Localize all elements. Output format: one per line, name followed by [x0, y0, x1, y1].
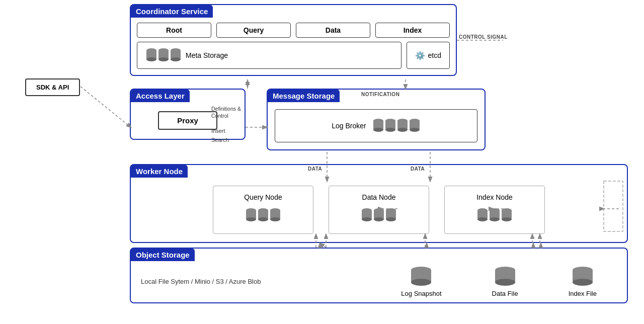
- query-node-box: Query Node: [213, 186, 313, 234]
- data-node-label: Data Node: [341, 193, 417, 201]
- coord-data-box: Data: [296, 23, 370, 38]
- sdk-api-label: SDK & API: [36, 84, 69, 91]
- data-node-box: Data Node: [329, 186, 429, 234]
- svg-point-53: [495, 279, 515, 286]
- svg-point-38: [386, 217, 396, 221]
- index-file-item: Index File: [569, 266, 597, 297]
- svg-point-17: [397, 128, 408, 132]
- object-storage-container: Object Storage Local File Sytem / Minio …: [130, 248, 628, 303]
- coord-index-box: Index: [375, 23, 450, 38]
- log-snapshot-label: Log Snapshot: [401, 290, 441, 297]
- log-broker-box: Log Broker: [275, 109, 477, 142]
- svg-point-32: [362, 217, 372, 221]
- meta-storage-db-icons: [145, 46, 182, 64]
- svg-point-41: [477, 217, 488, 221]
- notification-label: NOTIFICATION: [361, 92, 399, 97]
- svg-point-5: [158, 57, 169, 61]
- control-signal-label: CONTROL SIGNAL: [459, 34, 508, 40]
- svg-point-23: [246, 217, 256, 221]
- worker-node-header: Worker Node: [131, 165, 188, 178]
- data-label-left: DATA: [308, 166, 322, 172]
- data-file-item: Data File: [492, 266, 518, 297]
- insert-label: Insert: [211, 128, 225, 134]
- definitions-control-label: Definitions &Control: [211, 106, 241, 119]
- search-label: Search: [211, 137, 229, 143]
- coord-query-box: Query: [216, 23, 291, 38]
- log-broker-label: Log Broker: [332, 122, 366, 130]
- gear-icon: ⚙️: [415, 51, 425, 60]
- svg-point-44: [490, 217, 500, 221]
- data-file-label: Data File: [492, 290, 518, 297]
- svg-line-57: [80, 87, 131, 127]
- log-snapshot-item: Log Snapshot: [401, 266, 441, 297]
- etcd-label: etcd: [428, 51, 441, 59]
- coordinator-service-container: Coordinator Service Root Query Data Inde…: [130, 4, 457, 76]
- query-node-label: Query Node: [225, 193, 301, 201]
- svg-point-20: [410, 128, 420, 132]
- svg-point-11: [373, 128, 383, 132]
- svg-point-50: [411, 279, 431, 286]
- index-node-label: Index Node: [457, 193, 532, 201]
- index-node-box: Index Node: [444, 186, 545, 234]
- svg-point-26: [258, 217, 268, 221]
- coord-root-box: Root: [137, 23, 211, 38]
- message-storage-container: Message Storage Log Broker: [267, 89, 486, 150]
- svg-point-29: [270, 217, 280, 221]
- svg-point-14: [385, 128, 395, 132]
- svg-point-2: [146, 57, 156, 61]
- etcd-box: ⚙️ etcd: [407, 42, 450, 69]
- svg-point-8: [171, 57, 181, 61]
- object-storage-header: Object Storage: [131, 249, 195, 261]
- worker-node-container: Worker Node Query Node Data Node: [130, 164, 628, 243]
- proxy-label: Proxy: [177, 116, 198, 125]
- meta-storage-box: Meta Storage: [137, 42, 401, 69]
- proxy-box: Proxy: [158, 111, 217, 130]
- svg-line-68: [320, 244, 326, 248]
- access-layer-header: Access Layer: [131, 90, 190, 102]
- svg-point-56: [573, 279, 593, 286]
- index-file-label: Index File: [569, 290, 597, 297]
- svg-point-47: [502, 217, 512, 221]
- message-storage-header: Message Storage: [268, 90, 340, 102]
- sdk-api-box: SDK & API: [25, 78, 80, 96]
- svg-point-35: [374, 217, 384, 221]
- object-storage-files: Log Snapshot Data File: [401, 266, 597, 297]
- meta-storage-label: Meta Storage: [186, 51, 228, 59]
- coordinator-service-header: Coordinator Service: [131, 5, 213, 18]
- data-label-right: DATA: [411, 166, 425, 172]
- object-storage-description: Local File Sytem / Minio / S3 / Azure Bl…: [141, 277, 261, 287]
